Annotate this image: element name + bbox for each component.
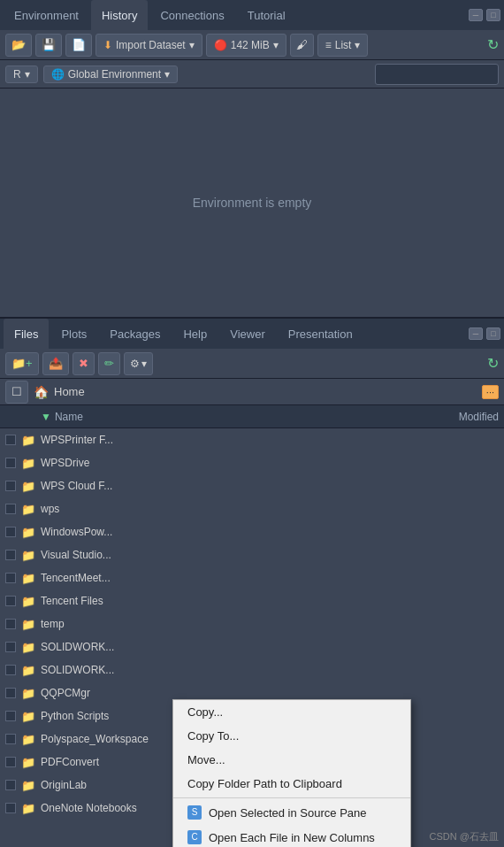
maximize-btn[interactable]: □ <box>486 9 500 21</box>
bottom-minimize-btn[interactable]: ─ <box>469 327 483 340</box>
save-btn[interactable]: 💾 <box>35 34 62 57</box>
list-btn[interactable]: ≡ List ▾ <box>317 34 369 57</box>
tab-tutorial[interactable]: Tutorial <box>237 0 296 30</box>
tab-history[interactable]: History <box>91 0 148 30</box>
file-checkbox[interactable] <box>5 780 16 790</box>
import-dataset-btn[interactable]: ⬇ Import Dataset ▾ <box>95 34 202 57</box>
home-icon: 🏠 <box>34 385 49 399</box>
folder-icon: 📁 <box>21 779 35 792</box>
file-checkbox[interactable] <box>5 573 16 583</box>
env-bar: R ▾ 🌐 Global Environment ▾ <box>0 60 504 89</box>
folder-icon: 📁 <box>21 641 35 654</box>
more-btn[interactable]: ··· <box>482 385 499 399</box>
bottom-tab-bar: Files Plots Packages Help Viewer Present… <box>0 319 504 349</box>
list-item[interactable]: 📁 SOLIDWORK... <box>0 658 504 681</box>
tab-viewer[interactable]: Viewer <box>219 319 276 349</box>
menu-item-open-source[interactable]: S Open Selected in Source Pane <box>173 800 410 825</box>
folder-icon: 📁 <box>21 710 35 723</box>
folder-icon: 📁 <box>21 503 35 516</box>
source-icon: S <box>187 805 202 820</box>
bottom-maximize-btn[interactable]: □ <box>486 327 500 340</box>
list-item[interactable]: 📁 WPSDrive <box>0 451 504 474</box>
top-panel: Environment History Connections Tutorial… <box>0 0 504 319</box>
menu-item-copy-to[interactable]: Copy To... <box>173 724 410 748</box>
brush-btn[interactable]: 🖌 <box>290 34 314 57</box>
memory-btn[interactable]: 🔴 142 MiB ▾ <box>206 34 286 57</box>
save2-btn[interactable]: 📄 <box>65 34 92 57</box>
refresh-btn[interactable]: ↻ <box>487 36 499 53</box>
modified-column-header: Modified <box>428 411 499 423</box>
delete-btn[interactable]: ✖ <box>73 352 95 375</box>
r-chevron-icon: ▾ <box>25 68 30 81</box>
gear-dropdown-btn[interactable]: ⚙ ▾ <box>124 352 153 375</box>
memory-chevron-icon: ▾ <box>273 39 279 51</box>
file-checkbox[interactable] <box>5 481 16 491</box>
tab-plots[interactable]: Plots <box>50 319 97 349</box>
file-checkbox[interactable] <box>5 734 16 744</box>
tab-presentation[interactable]: Presentation <box>278 319 363 349</box>
folder-icon: 📁 <box>21 687 35 700</box>
list-chevron-icon: ▾ <box>355 39 360 51</box>
upload-btn[interactable]: 📤 <box>42 352 69 375</box>
list-item[interactable]: 📁 SOLIDWORK... <box>0 635 504 658</box>
columns-icon: C <box>187 830 202 844</box>
top-toolbar: 📂 💾 📄 ⬇ Import Dataset ▾ 🔴 142 MiB ▾ 🖌 ≡… <box>0 30 504 60</box>
tab-help[interactable]: Help <box>172 319 218 349</box>
list-item[interactable]: 📁 TencentMeet... <box>0 566 504 589</box>
list-item[interactable]: 📁 WPSPrinter F... <box>0 428 504 451</box>
list-item[interactable]: 📁 Visual Studio... <box>0 543 504 566</box>
file-checkbox[interactable] <box>5 435 16 445</box>
folder-icon: 📁 <box>21 733 35 746</box>
bottom-window-controls: ─ □ <box>469 327 500 340</box>
menu-item-open-columns[interactable]: C Open Each File in New Columns <box>173 825 410 847</box>
files-list-header: ▼ Name Modified <box>0 405 504 428</box>
env-chevron-icon: ▾ <box>164 68 170 81</box>
open-folder-btn[interactable]: 📂 <box>5 34 32 57</box>
env-empty-message: Environment is empty <box>0 89 504 317</box>
minimize-btn[interactable]: ─ <box>469 9 483 21</box>
env-search-input[interactable] <box>375 64 499 85</box>
folder-icon: 📁 <box>21 457 35 470</box>
tab-connections[interactable]: Connections <box>149 0 234 30</box>
file-checkbox[interactable] <box>5 688 16 698</box>
menu-item-copy-path[interactable]: Copy Folder Path to Clipboard <box>173 772 410 796</box>
list-item[interactable]: 📁 temp <box>0 612 504 635</box>
folder-icon: 📁 <box>21 802 35 815</box>
folder-icon: 📁 <box>21 756 35 769</box>
folder-icon: 📁 <box>21 526 35 539</box>
csdn-watermark: CSDN @石去皿 <box>430 830 499 843</box>
menu-item-copy[interactable]: Copy... <box>173 700 410 724</box>
file-checkbox[interactable] <box>5 619 16 629</box>
list-item[interactable]: 📁 Tencent Files <box>0 589 504 612</box>
new-folder-btn[interactable]: 📁+ <box>5 352 39 375</box>
list-item[interactable]: 📁 WindowsPow... <box>0 520 504 543</box>
list-item[interactable]: 📁 wps <box>0 497 504 520</box>
tab-packages[interactable]: Packages <box>99 319 171 349</box>
folder-icon: 📁 <box>21 434 35 447</box>
file-checkbox[interactable] <box>5 504 16 514</box>
file-checkbox[interactable] <box>5 642 16 652</box>
tab-files[interactable]: Files <box>4 319 49 349</box>
name-column-header: ▼ Name <box>41 411 428 423</box>
file-checkbox[interactable] <box>5 757 16 767</box>
file-checkbox[interactable] <box>5 665 16 675</box>
file-checkbox[interactable] <box>5 527 16 537</box>
folder-icon: 📁 <box>21 572 35 585</box>
global-env-dropdown[interactable]: 🌐 Global Environment ▾ <box>43 65 178 83</box>
list-item[interactable]: 📁 WPS Cloud F... <box>0 474 504 497</box>
tab-environment[interactable]: Environment <box>4 0 89 30</box>
files-toolbar: 📁+ 📤 ✖ ✏ ⚙ ▾ ↻ <box>0 349 504 379</box>
rename-btn[interactable]: ✏ <box>98 352 120 375</box>
file-checkbox[interactable] <box>5 596 16 606</box>
file-checkbox[interactable] <box>5 711 16 721</box>
select-all-checkbox[interactable]: ☐ <box>5 381 28 404</box>
folder-icon: 📁 <box>21 595 35 608</box>
menu-item-move[interactable]: Move... <box>173 748 410 772</box>
file-checkbox[interactable] <box>5 458 16 468</box>
bottom-panel: Files Plots Packages Help Viewer Present… <box>0 319 504 847</box>
file-checkbox[interactable] <box>5 803 16 813</box>
files-refresh-btn[interactable]: ↻ <box>487 355 499 372</box>
file-checkbox[interactable] <box>5 550 16 560</box>
r-dropdown[interactable]: R ▾ <box>5 65 38 83</box>
top-tab-bar: Environment History Connections Tutorial… <box>0 0 504 30</box>
